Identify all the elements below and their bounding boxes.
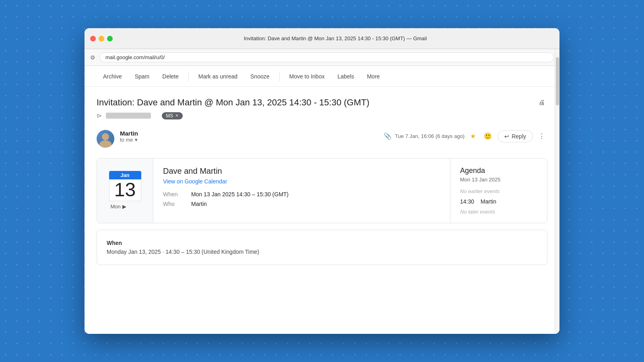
attachment-icon: 📎 — [384, 132, 392, 140]
sender-actions: 📎 Tue 7 Jan, 16:06 (6 days ago) ★ 🙂 ↩ Re… — [384, 130, 547, 142]
email-toolbar: Archive Spam Delete Mark as unread Snooz… — [85, 66, 559, 87]
agenda-panel: Agenda Mon 13 Jan 2025 No earlier events… — [450, 158, 547, 223]
minimize-button[interactable] — [99, 36, 104, 41]
via-text — [155, 113, 158, 119]
move-to-inbox-button[interactable]: Move to Inbox — [283, 70, 331, 83]
more-button[interactable]: More — [361, 70, 386, 83]
when-section-value: Monday Jan 13, 2025 · 14:30 – 15:30 (Uni… — [107, 249, 537, 255]
calendar-event-title: Dave and Martin — [163, 167, 440, 176]
close-button[interactable] — [90, 36, 96, 41]
ms-badge-label: MS — [166, 113, 173, 119]
toolbar-separator-2 — [279, 72, 280, 81]
calendar-nav-icon: ▶ — [122, 204, 126, 210]
agenda-event-time: 14:30 — [460, 198, 474, 205]
sender-email-blurred — [106, 113, 151, 119]
ms-badge-close[interactable]: ✕ — [175, 113, 179, 118]
traffic-lights — [90, 36, 113, 41]
agenda-no-later: No later events — [460, 209, 537, 215]
send-time: Tue 7 Jan, 16:06 (6 days ago) — [395, 133, 464, 139]
delete-button[interactable]: Delete — [156, 70, 185, 83]
who-label: Who — [163, 201, 183, 207]
who-row: Who Martin — [163, 201, 440, 207]
when-value: Mon 13 Jan 2025 14:30 – 15:30 (GMT) — [191, 191, 289, 197]
snooze-icon: ⊳ — [97, 112, 102, 119]
agenda-date: Mon 13 Jan 2025 — [460, 177, 537, 183]
agenda-title: Agenda — [460, 167, 537, 175]
calendar-weekday-row: Mon ▶ — [109, 203, 141, 210]
mark-unread-button[interactable]: Mark as unread — [192, 70, 244, 83]
chevron-down-icon[interactable]: ▾ — [135, 137, 138, 143]
emoji-button[interactable]: 🙂 — [481, 130, 494, 142]
calendar-info-table: When Mon 13 Jan 2025 14:30 – 15:30 (GMT)… — [163, 191, 440, 207]
sender-row: Martin to me ▾ 📎 Tue 7 Jan, 16:06 (6 day… — [97, 126, 547, 152]
sender-to: to me ▾ — [120, 137, 378, 143]
who-value: Martin — [191, 201, 207, 207]
view-on-gcal-link[interactable]: View on Google Calendar — [163, 178, 440, 185]
when-row: When Mon 13 Jan 2025 14:30 – 15:30 (GMT) — [163, 191, 440, 197]
to-me-text: to me — [120, 137, 133, 143]
fullscreen-button[interactable] — [107, 36, 113, 41]
sender-name: Martin — [120, 130, 378, 137]
reply-label: Reply — [512, 133, 526, 140]
reply-button[interactable]: ↩ Reply — [497, 130, 533, 142]
settings-icon: ⚙ — [90, 54, 95, 61]
star-button[interactable]: ★ — [468, 130, 478, 142]
subject-row: Invitation: Dave and Martin @ Mon Jan 13… — [97, 87, 547, 112]
snooze-button[interactable]: Snooze — [244, 70, 276, 83]
avatar — [97, 130, 114, 148]
email-subject: Invitation: Dave and Martin @ Mon Jan 13… — [97, 97, 369, 108]
more-actions-button[interactable]: ⋮ — [536, 130, 547, 142]
email-meta-row: ⊳ MS ✕ — [97, 112, 547, 126]
scrollbar-thumb[interactable] — [556, 57, 559, 105]
reply-arrow-icon: ↩ — [504, 133, 509, 140]
sender-info: Martin to me ▾ — [120, 130, 378, 143]
email-content: Invitation: Dave and Martin @ Mon Jan 13… — [85, 87, 559, 334]
calendar-details: Dave and Martin View on Google Calendar … — [153, 158, 450, 223]
calendar-month: Jan — [109, 171, 141, 179]
calendar-card: Jan 13 Mon ▶ Dave and Martin View on Goo… — [97, 158, 547, 223]
print-button[interactable]: 🖨 — [536, 97, 547, 109]
agenda-no-earlier: No earlier events — [460, 188, 537, 194]
avatar-face — [97, 130, 114, 148]
labels-button[interactable]: Labels — [331, 70, 360, 83]
toolbar-separator-1 — [188, 72, 189, 81]
scrollbar[interactable] — [555, 49, 559, 334]
calendar-weekday: Mon — [111, 204, 121, 210]
archive-button[interactable]: Archive — [97, 70, 128, 83]
title-bar: Invitation: Dave and Martin @ Mon Jan 13… — [85, 28, 559, 49]
calendar-day: 13 — [109, 179, 141, 201]
agenda-event-row: 14:30 Martin — [460, 198, 537, 205]
address-bar[interactable]: mail.google.com/mail/u/0/ — [99, 52, 554, 62]
calendar-date-panel: Jan 13 Mon ▶ — [97, 158, 153, 223]
spam-button[interactable]: Spam — [128, 70, 156, 83]
when-section: When Monday Jan 13, 2025 · 14:30 – 15:30… — [97, 230, 547, 265]
when-label: When — [163, 191, 183, 197]
browser-window: Invitation: Dave and Martin @ Mon Jan 13… — [85, 28, 559, 334]
address-bar-row: ⚙ mail.google.com/mail/u/0/ — [85, 49, 559, 66]
agenda-event-name: Martin — [481, 198, 496, 205]
window-title: Invitation: Dave and Martin @ Mon Jan 13… — [117, 35, 554, 41]
when-section-title: When — [107, 240, 537, 246]
ms-badge: MS ✕ — [162, 112, 183, 119]
